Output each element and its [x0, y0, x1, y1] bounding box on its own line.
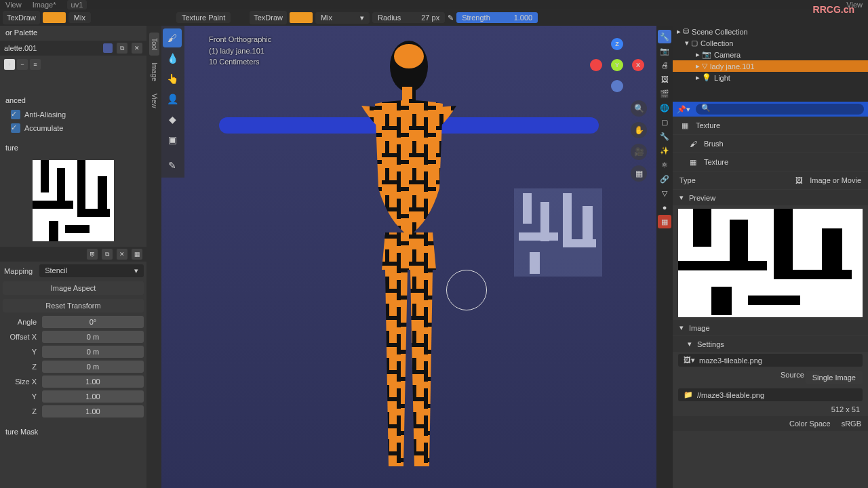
prop-preview-header[interactable]: ▾Preview — [673, 190, 868, 205]
prop-texture-header[interactable]: ▦Texture — [673, 117, 868, 134]
offset-x-value[interactable]: 0 m — [42, 331, 144, 343]
tab-output[interactable]: 🖨 — [658, 58, 671, 72]
tab-view-layer[interactable]: 🖼 — [658, 73, 671, 86]
prop-texture-sub[interactable]: ▦Texture — [673, 153, 868, 171]
tab-particles[interactable]: ✨ — [658, 144, 671, 157]
tab-modifier[interactable]: 🔧 — [658, 129, 671, 143]
stencil-overlay — [514, 188, 602, 277]
tab-material[interactable]: ● — [658, 201, 671, 214]
size-z-value[interactable]: 1.00 — [42, 405, 144, 418]
tab-active-tool[interactable]: 🔧 — [658, 30, 671, 43]
tab-render[interactable]: 📷 — [658, 44, 671, 58]
type-dropdown[interactable]: Image or Movie — [810, 176, 861, 184]
menu-view-1[interactable]: View — [5, 1, 22, 9]
size-y-value[interactable]: 1.00 — [42, 390, 144, 403]
texture-unlink-icon[interactable]: ✕ — [117, 249, 127, 260]
offset-z-label: Z — [3, 361, 41, 373]
menu-view-2[interactable]: View — [846, 1, 863, 9]
strength-field[interactable]: Strength 1.000 — [456, 12, 538, 23]
brush-texture-field[interactable]: TexDraw — [3, 11, 40, 24]
texture-thumbnail[interactable] — [33, 160, 114, 241]
brush-texture-field-2[interactable]: TexDraw — [250, 11, 287, 24]
tab-tool[interactable]: Tool — [149, 33, 159, 56]
color-palette-header[interactable]: or Palette — [0, 26, 146, 39]
mask-tool[interactable]: ▣ — [163, 130, 182, 149]
uv-field[interactable]: uv1 — [67, 0, 87, 9]
blend-mode-1[interactable]: Mix — [68, 12, 91, 23]
prop-settings-header[interactable]: ▾Settings — [673, 336, 868, 352]
texture-mask-header[interactable]: ture Mask — [0, 425, 146, 439]
camera-view-icon[interactable]: 🎥 — [631, 144, 647, 160]
source-tabs: Source Single Image — [673, 368, 868, 387]
outliner-object-selected[interactable]: ▸ ▽lady jane.101 — [673, 60, 868, 72]
soften-tool[interactable]: 💧 — [163, 49, 182, 68]
zoom-icon[interactable]: 🔍 — [631, 100, 647, 117]
ortho-toggle-icon[interactable]: ▦ — [631, 165, 647, 182]
fake-user-icon[interactable] — [103, 43, 113, 53]
tab-object[interactable]: ▢ — [658, 115, 671, 129]
clone-tool[interactable]: 👤 — [163, 89, 182, 108]
fake-user-icon[interactable]: ⛨ — [87, 249, 98, 260]
outliner-scene[interactable]: ▸ ⛁Scene Collection — [673, 26, 868, 37]
nav-gizmo[interactable]: Z Y X — [590, 38, 644, 92]
pin-icon[interactable]: 📌▾ — [677, 105, 690, 114]
prop-image-header[interactable]: ▾Image — [673, 320, 868, 336]
draw-tool[interactable]: 🖌 — [163, 28, 182, 47]
tab-image[interactable]: Image — [149, 57, 159, 87]
sort-icon[interactable]: ≡ — [30, 59, 41, 70]
tab-world[interactable]: 🌐 — [658, 101, 671, 115]
palette-unlink-icon[interactable]: ✕ — [132, 43, 142, 54]
accumulate-checkbox[interactable]: ✓Accumulate — [0, 122, 146, 134]
blend-mode-2[interactable]: Mix▾ — [315, 12, 370, 24]
texture-swatch-1[interactable] — [43, 12, 66, 23]
tab-data[interactable]: ▽ — [658, 186, 671, 200]
prop-brush[interactable]: 🖌Brush — [673, 135, 868, 152]
remove-swatch-icon[interactable]: − — [17, 59, 28, 70]
fill-tool[interactable]: ◆ — [163, 110, 182, 129]
pan-icon[interactable]: ✋ — [631, 122, 647, 138]
outliner-camera[interactable]: ▸ 📷Camera — [673, 49, 868, 60]
tab-texture[interactable]: ▦ — [658, 215, 671, 228]
texture-new-icon[interactable]: ▦ — [132, 249, 142, 260]
source-single-image[interactable]: Single Image — [806, 371, 863, 384]
3d-viewport[interactable]: Front Orthographic (1) lady jane.101 10 … — [161, 26, 656, 488]
outliner-collection[interactable]: ▾ ▢Collection — [673, 37, 868, 49]
tab-scene[interactable]: 🎬 — [658, 87, 671, 100]
image-dimensions: 512 x 51 — [673, 403, 868, 416]
annotate-tool[interactable]: ✎ — [163, 156, 182, 175]
mode-dropdown[interactable]: Texture Paint — [176, 12, 231, 23]
tab-view[interactable]: View — [149, 88, 159, 114]
tab-constraints[interactable]: 🔗 — [658, 172, 671, 186]
smear-tool[interactable]: 👆 — [163, 69, 182, 88]
svg-point-7 — [394, 44, 424, 68]
image-aspect-button[interactable]: Image Aspect — [3, 281, 144, 295]
reset-transform-button[interactable]: Reset Transform — [3, 299, 144, 312]
property-search-input[interactable]: 🔍 — [696, 104, 864, 115]
tab-physics[interactable]: ⚛ — [658, 158, 671, 171]
image-path-field[interactable]: 📁//maze3-tileable.png — [678, 388, 863, 401]
menu-image[interactable]: Image* — [33, 1, 56, 9]
add-swatch-icon[interactable]: + — [4, 59, 15, 70]
mapping-label: Mapping — [3, 265, 37, 277]
offset-y-value[interactable]: 0 m — [42, 346, 144, 358]
colorspace-row: Color Space sRGB — [673, 416, 868, 431]
size-x-value[interactable]: 1.00 — [42, 375, 144, 388]
texture-selector[interactable]: ⛨ ⧉ ✕ ▦ — [0, 247, 146, 262]
texture-copy-icon[interactable]: ⧉ — [102, 249, 113, 260]
pen-pressure-icon[interactable]: ✎ — [448, 14, 454, 22]
angle-label: Angle — [3, 316, 41, 328]
palette-selector[interactable]: alette.001 ⧉ ✕ — [0, 41, 146, 56]
radius-field[interactable]: Radius 27 px — [372, 12, 445, 23]
anti-aliasing-checkbox[interactable]: ✓Anti-Aliasing — [0, 108, 146, 121]
texture-panel-header[interactable]: ture — [0, 141, 146, 155]
outliner-light[interactable]: ▸ 💡Light — [673, 72, 868, 83]
angle-value[interactable]: 0° — [42, 316, 144, 328]
colorspace-dropdown[interactable]: sRGB — [842, 420, 861, 428]
advanced-header[interactable]: anced — [0, 94, 146, 107]
texture-swatch-2[interactable] — [290, 12, 313, 23]
palette-copy-icon[interactable]: ⧉ — [117, 43, 127, 54]
mapping-dropdown[interactable]: Stencil▾ — [39, 264, 144, 277]
image-name-field[interactable]: 🖼▾maze3-tileable.png — [678, 354, 863, 367]
offset-z-value[interactable]: 0 m — [42, 361, 144, 373]
check-icon: ✓ — [11, 123, 20, 133]
